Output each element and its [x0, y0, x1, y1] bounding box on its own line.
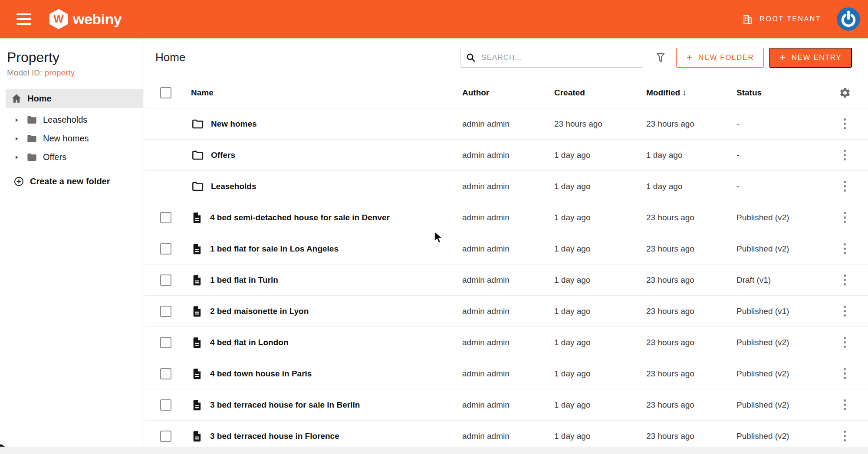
row-author: admin admin [462, 150, 554, 160]
kebab-menu-icon[interactable] [841, 427, 848, 445]
table-row[interactable]: 2 bed maisonette in Lyon admin admin 1 d… [145, 296, 868, 327]
tenant-selector[interactable]: ROOT TENANT [742, 13, 821, 25]
plus-circle-icon [13, 176, 24, 187]
row-modified: 1 day ago [646, 150, 736, 160]
table-row[interactable]: 3 bed terraced house for sale in Berlin … [145, 389, 868, 421]
kebab-menu-icon[interactable] [841, 271, 848, 289]
kebab-menu-icon[interactable] [841, 146, 848, 164]
document-icon [191, 368, 203, 380]
row-modified: 23 hours ago [646, 275, 736, 285]
kebab-menu-icon[interactable] [841, 333, 848, 352]
kebab-menu-icon[interactable] [841, 209, 848, 227]
row-name[interactable]: 4 bed semi-detached house for sale in De… [210, 213, 390, 222]
row-status: Published (v2) [736, 400, 822, 410]
chevron-right-icon[interactable] [13, 135, 20, 142]
row-name[interactable]: 1 bed flat for sale in Los Angeles [210, 244, 339, 254]
kebab-menu-icon[interactable] [841, 396, 848, 414]
row-checkbox[interactable] [160, 399, 171, 411]
row-checkbox[interactable] [160, 274, 171, 286]
row-name[interactable]: 3 bed terraced house in Florence [210, 431, 339, 441]
row-checkbox[interactable] [160, 243, 171, 255]
row-modified: 1 day ago [646, 182, 736, 191]
row-name[interactable]: Leaseholds [211, 182, 256, 191]
document-icon [191, 212, 203, 224]
row-checkbox[interactable] [160, 368, 171, 379]
row-created: 23 hours ago [554, 119, 646, 129]
webiny-logo: W webiny [49, 9, 122, 29]
table-row[interactable]: 4 bed town house in Paris admin admin 1 … [145, 358, 868, 389]
column-status[interactable]: Status [736, 88, 822, 98]
row-checkbox[interactable] [160, 306, 171, 317]
sort-desc-icon: ↓ [682, 88, 687, 97]
row-status: Published (v2) [736, 431, 822, 441]
row-created: 1 day ago [554, 431, 646, 441]
row-name[interactable]: 4 bed town house in Paris [210, 369, 312, 379]
kebab-menu-icon[interactable] [841, 115, 848, 133]
chevron-right-icon[interactable] [13, 117, 20, 124]
table-row[interactable]: 4 bed semi-detached house for sale in De… [145, 202, 868, 233]
row-name[interactable]: Offers [211, 150, 235, 160]
row-author: admin admin [462, 213, 554, 222]
table-row[interactable]: 1 bed flat for sale in Los Angeles admin… [145, 233, 868, 265]
row-name[interactable]: 4 bed flat in London [210, 338, 288, 347]
tenant-label: ROOT TENANT [760, 15, 821, 23]
select-all-checkbox[interactable] [160, 87, 171, 98]
model-id-value[interactable]: property [45, 68, 75, 77]
user-avatar[interactable] [837, 7, 860, 31]
row-created: 1 day ago [554, 369, 646, 379]
new-entry-button[interactable]: + NEW ENTRY [769, 48, 852, 68]
column-name[interactable]: Name [191, 88, 462, 98]
column-created[interactable]: Created [554, 88, 646, 98]
kebab-menu-icon[interactable] [841, 302, 848, 320]
sidebar-folder[interactable]: Leaseholds [0, 111, 144, 129]
row-author: admin admin [462, 307, 554, 316]
row-author: admin admin [462, 119, 554, 129]
search-input[interactable] [481, 53, 638, 62]
search-box[interactable] [460, 48, 643, 68]
row-name[interactable]: 2 bed maisonette in Lyon [210, 307, 309, 316]
column-modified[interactable]: Modified ↓ [646, 88, 736, 98]
row-name[interactable]: 3 bed terraced house for sale in Berlin [210, 400, 360, 410]
table-row[interactable]: New homes admin admin 23 hours ago 23 ho… [145, 108, 868, 140]
row-name[interactable]: New homes [211, 119, 257, 129]
model-id: Model ID: property [7, 68, 144, 78]
row-modified: 23 hours ago [646, 307, 736, 316]
row-modified: 23 hours ago [646, 400, 736, 410]
kebab-menu-icon[interactable] [841, 240, 848, 258]
hamburger-menu-icon[interactable] [16, 13, 31, 25]
create-folder-label: Create a new folder [30, 176, 110, 186]
table-row[interactable]: Offers admin admin 1 day ago 1 day ago - [145, 140, 868, 171]
row-status: Published (v2) [736, 244, 822, 254]
chevron-right-icon[interactable] [13, 154, 20, 161]
row-created: 1 day ago [554, 275, 646, 285]
create-folder-button[interactable]: Create a new folder [13, 176, 144, 187]
horizontal-scrollbar[interactable] [0, 447, 868, 454]
row-checkbox[interactable] [160, 431, 171, 442]
row-status: - [736, 150, 822, 160]
column-author[interactable]: Author [462, 88, 554, 98]
table-row[interactable]: 4 bed flat in London admin admin 1 day a… [145, 327, 868, 358]
row-checkbox[interactable] [160, 212, 171, 223]
new-folder-label: NEW FOLDER [698, 53, 754, 62]
row-author: admin admin [462, 400, 554, 410]
table-settings-gear-icon[interactable] [822, 87, 868, 99]
sidebar: Property Model ID: property Home Leaseho… [0, 38, 144, 454]
kebab-menu-icon[interactable] [841, 365, 848, 383]
row-checkbox[interactable] [160, 337, 171, 348]
row-name[interactable]: 1 bed flat in Turin [210, 275, 278, 285]
sidebar-item-home[interactable]: Home [6, 89, 143, 108]
table-row[interactable]: 1 bed flat in Turin admin admin 1 day ag… [145, 265, 868, 296]
row-author: admin admin [462, 182, 554, 191]
row-author: admin admin [462, 431, 554, 441]
row-modified: 23 hours ago [646, 338, 736, 347]
kebab-menu-icon[interactable] [841, 177, 848, 196]
sidebar-folder[interactable]: New homes [0, 129, 144, 148]
document-icon [191, 305, 203, 317]
sidebar-folder[interactable]: Offers [0, 148, 144, 167]
row-modified: 23 hours ago [646, 119, 736, 129]
new-entry-label: NEW ENTRY [792, 53, 842, 62]
new-folder-button[interactable]: + NEW FOLDER [676, 48, 764, 68]
table-row[interactable]: Leaseholds admin admin 1 day ago 1 day a… [145, 171, 868, 202]
filter-icon[interactable] [654, 51, 667, 64]
document-icon [191, 243, 203, 255]
